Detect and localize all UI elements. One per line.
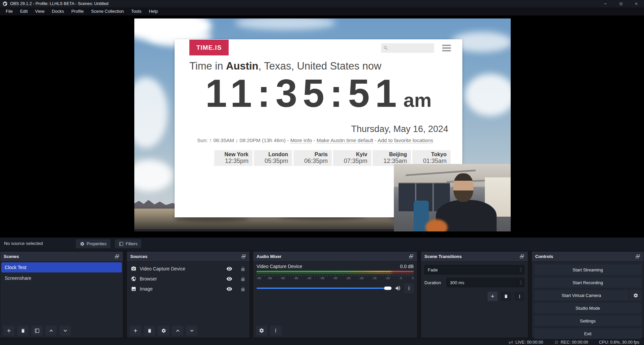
menu-profile[interactable]: Profile (67, 7, 87, 15)
volume-slider[interactable] (257, 288, 392, 289)
source-properties-button[interactable] (158, 326, 169, 336)
sources-panel-title: Sources (130, 254, 147, 259)
scene-item-clock-test[interactable]: Clock Test (1, 262, 122, 272)
move-source-up-button[interactable] (172, 326, 183, 336)
source-status-text: No source selected (4, 241, 43, 246)
duration-spinner-arrows[interactable] (517, 278, 524, 287)
gear-icon (633, 293, 638, 298)
properties-button[interactable]: Properties (76, 239, 110, 248)
visibility-eye-icon[interactable] (226, 266, 232, 272)
chevron-up-icon (49, 328, 54, 333)
filter-icon (35, 328, 40, 333)
live-time: LIVE: 00:00:00 (515, 340, 543, 345)
menu-view[interactable]: View (31, 7, 48, 15)
speaker-icon[interactable] (395, 285, 401, 291)
audio-level-meter (257, 271, 414, 272)
audio-mixer-title: Audio Mixer (257, 254, 281, 259)
scenes-panel-title: Scenes (4, 254, 19, 259)
advanced-audio-button[interactable] (256, 326, 267, 336)
transition-select-arrows[interactable] (517, 265, 524, 274)
settings-button[interactable]: Settings (534, 315, 641, 326)
image-icon (131, 286, 136, 292)
source-item-video-capture[interactable]: Video Capture Device (127, 264, 249, 274)
transition-options-button[interactable] (514, 292, 524, 301)
preview-canvas[interactable]: TIME.IS Time in Austin, Texas, United St… (134, 18, 511, 231)
remove-transition-button[interactable] (501, 292, 511, 301)
visibility-eye-icon[interactable] (226, 286, 232, 292)
menu-docks[interactable]: Docks (48, 7, 67, 15)
city-box-london: London05:35pm (254, 150, 292, 166)
timeis-clock: 11:35:51 (205, 70, 402, 117)
volume-slider-handle[interactable] (384, 287, 392, 290)
move-source-down-button[interactable] (186, 326, 197, 336)
add-transition-button[interactable] (488, 292, 498, 301)
audio-level-meter-background (257, 272, 414, 274)
timeis-city-row: New York12:35pm London05:35pm Paris06:35… (214, 150, 451, 166)
window-controls (598, 0, 644, 7)
mixer-options-button[interactable] (404, 283, 414, 293)
webcam-person-head (453, 173, 473, 202)
scene-item-screenshare[interactable]: Screenshare (1, 273, 122, 283)
trash-icon (20, 328, 26, 333)
obs-logo-icon (3, 1, 7, 6)
menu-help[interactable]: Help (145, 7, 162, 15)
start-streaming-button[interactable]: Start Streaming (534, 264, 641, 275)
mixer-channel-name: Video Capture Device (257, 264, 302, 269)
add-scene-button[interactable] (3, 326, 14, 336)
timeis-ampm: am (404, 89, 432, 111)
exit-button[interactable]: Exit (534, 328, 641, 339)
mixer-menu-button[interactable] (270, 326, 281, 336)
popout-icon[interactable] (409, 254, 414, 259)
remove-scene-button[interactable] (17, 326, 29, 336)
lock-icon[interactable] (240, 276, 245, 282)
scene-filters-button[interactable] (31, 326, 43, 336)
gears-icon (259, 328, 264, 333)
virtual-camera-config-button[interactable] (630, 290, 641, 301)
popout-icon[interactable] (519, 254, 524, 259)
more-info-link: More info (290, 137, 312, 143)
search-icon (383, 45, 388, 51)
rec-inactive-icon (554, 340, 559, 345)
close-button[interactable] (629, 0, 644, 7)
kebab-icon (273, 328, 278, 333)
rec-time: REC: 00:00:00 (561, 340, 588, 345)
city-box-kyiv: Kyiv07:35pm (333, 150, 371, 166)
duration-spinner[interactable]: 300 ms (447, 278, 524, 287)
add-source-button[interactable] (130, 326, 141, 336)
menu-tools[interactable]: Tools (128, 7, 145, 15)
menu-scene-collection[interactable]: Scene Collection (87, 7, 128, 15)
source-item-browser[interactable]: Browser (127, 274, 249, 284)
popout-icon[interactable] (114, 254, 120, 259)
popout-icon[interactable] (241, 254, 246, 259)
source-item-image[interactable]: Image (127, 284, 249, 294)
cloud (465, 74, 511, 116)
add-favorite-link: Add to favorite locations (378, 137, 433, 143)
mixer-level-db: 0.0 dB (400, 264, 414, 269)
trash-icon (504, 294, 508, 299)
gear-icon (161, 328, 166, 333)
globe-icon (131, 276, 136, 282)
city-box-new-york: New York12:35pm (214, 150, 252, 166)
studio-mode-button[interactable]: Studio Mode (534, 303, 641, 313)
remove-source-button[interactable] (144, 326, 155, 336)
camera-icon (131, 266, 136, 271)
visibility-eye-icon[interactable] (226, 276, 232, 282)
scenes-panel: Scenes Clock Test Screenshare (0, 251, 123, 338)
cloud (235, 18, 336, 30)
lock-icon[interactable] (240, 287, 245, 292)
move-scene-down-button[interactable] (59, 326, 71, 336)
dock-area: Scenes Clock Test Screenshare Sources Vi… (0, 250, 644, 340)
lock-icon[interactable] (240, 266, 245, 271)
filters-button[interactable]: Filters (115, 239, 141, 248)
maximize-button[interactable] (613, 0, 629, 7)
menu-edit[interactable]: Edit (16, 7, 31, 15)
move-scene-up-button[interactable] (45, 326, 57, 336)
menu-file[interactable]: File (2, 7, 16, 15)
duration-label: Duration (424, 280, 444, 285)
transition-select[interactable]: Fade (424, 265, 524, 274)
start-virtual-camera-button[interactable]: Start Virtual Camera (534, 290, 629, 301)
minimize-button[interactable] (598, 0, 613, 7)
preview-area: TIME.IS Time in Austin, Texas, United St… (0, 15, 644, 238)
popout-icon[interactable] (635, 254, 640, 259)
start-recording-button[interactable]: Start Recording (534, 277, 641, 288)
